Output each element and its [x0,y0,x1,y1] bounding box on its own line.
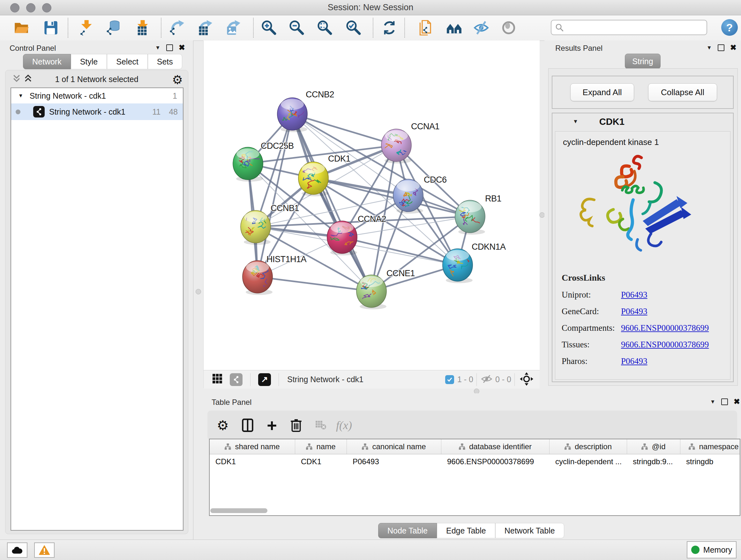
table-cell[interactable]: stringdb:9... [627,454,680,469]
crosslink-value-link[interactable]: P06493 [621,356,648,366]
right-splitter-handle[interactable] [539,212,545,218]
column-header--id[interactable]: @id [627,439,680,454]
selected-checkbox-icon[interactable] [445,375,454,384]
network-options-gear-icon[interactable]: ⚙ [172,73,183,87]
network-node-CDC6[interactable] [393,179,423,213]
network-edge[interactable] [258,277,372,291]
hide-panels-eye-icon[interactable] [472,18,490,37]
open-session-button[interactable] [12,18,30,37]
network-node-CDC25B[interactable] [233,147,263,182]
table-cell[interactable]: cyclin-dependent ... [549,454,627,469]
cloud-status-button[interactable] [7,543,27,558]
add-column-icon[interactable]: + [262,411,281,442]
collapse-all-button[interactable]: Collapse All [648,83,717,101]
left-splitter-handle[interactable] [196,289,201,294]
gene-section-header[interactable]: ▼ CDK1 [552,113,733,130]
network-collection-row[interactable]: ▼ String Network - cdk1 1 [11,88,183,104]
zoom-in-icon[interactable] [260,18,278,37]
show-panels-eye-icon[interactable] [499,18,518,37]
zoom-fit-icon[interactable] [316,18,334,37]
tab-network[interactable]: Network [23,54,71,69]
tab-edge-table[interactable]: Edge Table [437,523,495,538]
apply-layout-icon[interactable] [380,18,399,37]
table-tabs: Node TableEdge TableNetwork Table [378,523,564,538]
network-node-CCNA1[interactable] [381,129,411,164]
grid-view-icon[interactable] [212,374,223,385]
table-horizontal-scrollbar[interactable] [210,508,267,513]
table-data-row[interactable]: CDK1CDK1P064939606.ENSP00000378699cyclin… [210,454,740,469]
table-cell[interactable]: 9606.ENSP00000378699 [441,454,549,469]
string-document-icon[interactable] [417,18,435,37]
panel-close-icon[interactable]: ✖ [734,398,740,406]
string-home-icon[interactable] [445,18,463,37]
memory-button[interactable]: Memory [687,541,737,558]
column-header-description[interactable]: description [549,439,627,454]
import-network-icon[interactable] [77,18,95,37]
tab-select[interactable]: Select [107,54,147,69]
column-header-namespace[interactable]: namespace [680,439,740,454]
table-cell[interactable]: P06493 [347,454,441,469]
column-header-database-identifier[interactable]: database identifier [441,439,549,454]
network-edge[interactable] [258,114,292,277]
network-node-CDK1[interactable] [298,162,331,196]
network-row-selected[interactable]: String Network - cdk1 11 48 [11,104,183,120]
network-node-CCNE1[interactable] [356,275,387,309]
network-view-toggle-icon[interactable] [230,373,243,386]
help-button[interactable]: ? [721,19,738,36]
network-view: CCNB2CCNA1CDC25BCDK1CDC6RB1CCNB1CCNA2CDK… [203,41,540,388]
network-canvas[interactable]: CCNB2CCNA1CDC25BCDK1CDC6RB1CCNB1CCNA2CDK… [204,41,540,370]
import-table-icon[interactable] [133,18,152,37]
network-node-HIST1H1A[interactable] [243,260,273,295]
network-node-RB1[interactable] [455,200,485,235]
panel-close-icon[interactable]: ✖ [730,44,737,51]
birdseye-navigator-icon[interactable] [520,372,533,387]
protein-structure-image [575,152,696,262]
table-cell[interactable]: CDK1 [295,454,347,469]
panel-menu-icon[interactable]: ▼ [710,399,716,405]
zoom-selected-icon[interactable] [344,18,363,37]
warning-status-button[interactable] [34,543,55,558]
panel-menu-icon[interactable]: ▼ [155,45,160,51]
delete-column-icon[interactable] [286,411,306,440]
tree-expander-icon[interactable]: ▼ [18,93,23,99]
export-image-icon[interactable] [223,18,242,37]
import-network-from-database-icon[interactable] [104,18,123,37]
network-edge[interactable] [292,114,396,145]
crosslink-value-link[interactable]: P06493 [621,307,648,316]
expand-all-button[interactable]: Expand All [570,83,634,101]
save-session-button[interactable] [42,18,60,37]
network-edge[interactable] [292,114,372,291]
column-header-shared-name[interactable]: shared name [210,439,295,454]
table-options-gear-icon[interactable]: ⚙ [213,411,232,440]
panel-float-icon[interactable] [166,44,173,51]
crosslink-value-link[interactable]: 9606.ENSP00000378699 [621,340,709,350]
panel-close-icon[interactable]: ✖ [179,44,185,51]
table-cell[interactable]: CDK1 [210,454,295,469]
section-expander-icon[interactable]: ▼ [573,118,578,125]
column-header-name[interactable]: name [295,439,347,454]
delete-table-icon [312,411,331,440]
panel-menu-icon[interactable]: ▼ [706,45,712,51]
table-cell[interactable]: stringdb [680,454,740,469]
tab-network-table[interactable]: Network Table [495,523,564,538]
gene-description: cyclin-dependent kinase 1 [563,137,730,147]
panel-float-icon[interactable] [718,44,724,51]
tab-style[interactable]: Style [71,54,107,69]
detach-view-icon[interactable]: ↗ [258,373,271,386]
export-network-icon[interactable] [167,18,186,37]
tab-node-table[interactable]: Node Table [378,523,437,538]
column-header-canonical-name[interactable]: canonical name [347,439,441,454]
panel-float-icon[interactable] [721,398,728,405]
network-node-count: 11 [152,107,160,117]
crosslink-value-link[interactable]: P06493 [621,290,648,300]
crosslink-value-link[interactable]: 9606.ENSP00000378699 [621,323,709,333]
network-node-CDKN1A[interactable] [443,249,476,283]
tab-sets[interactable]: Sets [148,54,182,69]
export-table-icon[interactable] [195,18,214,37]
network-node-CCNB2[interactable] [277,98,307,132]
tab-string[interactable]: String [625,54,661,69]
search-input[interactable] [563,23,706,32]
node-label-CCNB2: CCNB2 [306,90,334,99]
zoom-out-icon[interactable] [287,18,306,37]
show-columns-icon[interactable] [238,411,257,440]
